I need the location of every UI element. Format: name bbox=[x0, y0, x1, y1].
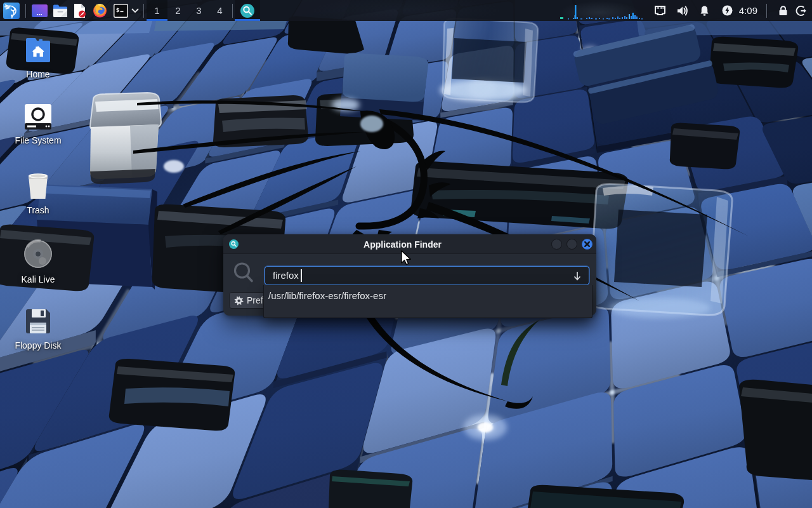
svg-text:$: $ bbox=[116, 7, 120, 13]
